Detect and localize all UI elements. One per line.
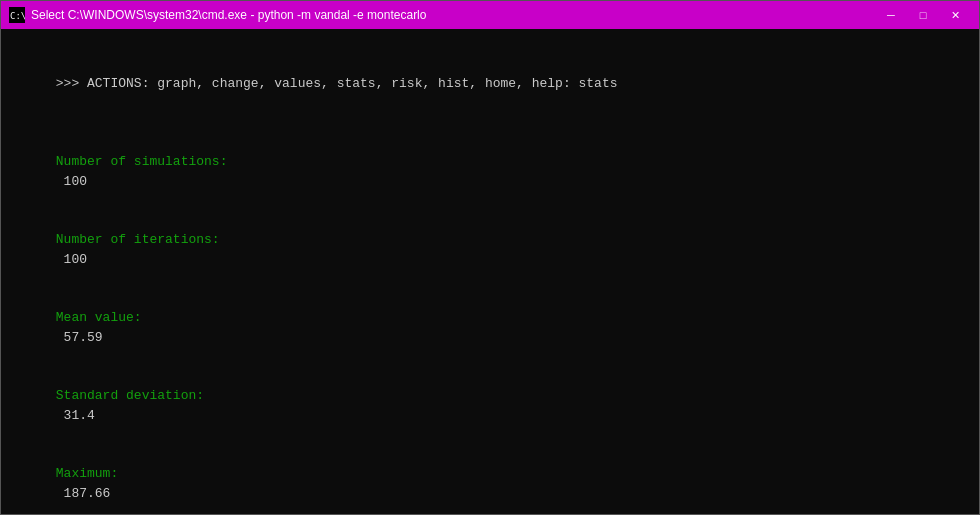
window: C:\ Select C:\WINDOWS\system32\cmd.exe -… xyxy=(0,0,980,515)
terminal-body[interactable]: >>> ACTIONS: graph, change, values, stat… xyxy=(1,29,979,514)
titlebar: C:\ Select C:\WINDOWS\system32\cmd.exe -… xyxy=(1,1,979,29)
line-prompt-stats: >>> ACTIONS: graph, change, values, stat… xyxy=(9,55,971,114)
line-num-sims: Number of simulations: 100 xyxy=(9,133,971,211)
line-num-iter: Number of iterations: 100 xyxy=(9,211,971,289)
mean-label: Mean value: xyxy=(56,310,150,325)
line-stddev: Standard deviation: 31.4 xyxy=(9,367,971,445)
close-button[interactable]: ✕ xyxy=(939,5,971,25)
line-blank-2 xyxy=(9,113,971,133)
stddev-value: 31.4 xyxy=(56,408,95,423)
svg-text:C:\: C:\ xyxy=(10,11,25,21)
cmd-icon: C:\ xyxy=(9,7,25,23)
window-controls: ─ □ ✕ xyxy=(875,5,971,25)
line-mean: Mean value: 57.59 xyxy=(9,289,971,367)
num-iter-label: Number of iterations: xyxy=(56,232,228,247)
num-iter-value: 100 xyxy=(56,252,87,267)
maximize-button[interactable]: □ xyxy=(907,5,939,25)
minimize-button[interactable]: ─ xyxy=(875,5,907,25)
line-max: Maximum: 187.66 xyxy=(9,445,971,515)
num-sims-value: 100 xyxy=(56,174,87,189)
max-value: 187.66 xyxy=(56,486,111,501)
line-blank-1 xyxy=(9,35,971,55)
max-label: Maximum: xyxy=(56,466,126,481)
mean-value: 57.59 xyxy=(56,330,103,345)
prompt-stats-text: >>> ACTIONS: graph, change, values, stat… xyxy=(56,76,618,91)
stddev-label: Standard deviation: xyxy=(56,388,212,403)
num-sims-label: Number of simulations: xyxy=(56,154,235,169)
window-title: Select C:\WINDOWS\system32\cmd.exe - pyt… xyxy=(31,8,867,22)
